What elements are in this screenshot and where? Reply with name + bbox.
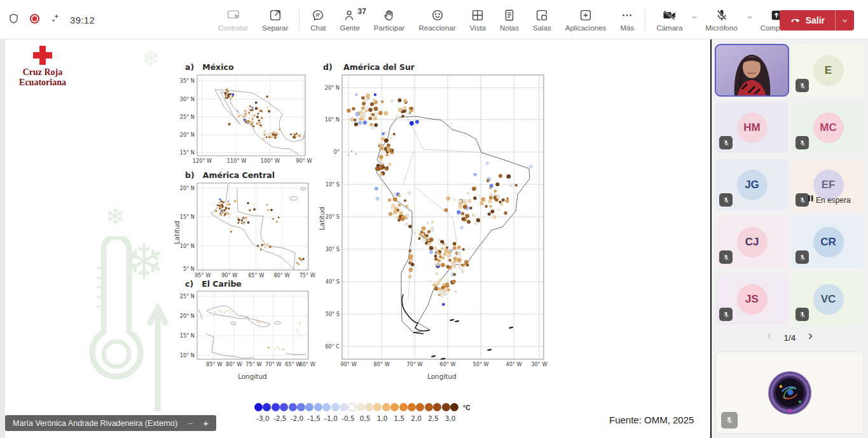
mic-muted-icon — [796, 136, 809, 149]
toolbar-item-participar[interactable]: Participar — [367, 6, 412, 34]
toolbar-item-reaccionar[interactable]: Reaccionar — [411, 6, 462, 34]
x-tick-label: 70° W — [407, 361, 423, 367]
mic-muted-icon — [796, 79, 809, 92]
colorbar-dot — [348, 403, 356, 411]
toolbar-item-vista[interactable]: Vista — [463, 6, 493, 34]
x-tick-label: 120° W — [193, 158, 212, 164]
y-tick-label: 10° N — [180, 352, 195, 359]
presenter-name: María Verónica Andrade Rivadeneira (Exte… — [13, 419, 177, 428]
toolbar-item-controlar: Controlar — [211, 6, 255, 34]
participant-tile-hm[interactable]: HM — [715, 102, 789, 153]
coastline — [290, 188, 306, 200]
source-note: Fuente: OMM, 2025 — [609, 414, 694, 425]
participant-tile-cj[interactable]: CJ — [715, 216, 789, 268]
avatar-initials: HM — [737, 113, 768, 143]
participant-tile-cr[interactable]: CR — [792, 216, 865, 268]
map-title-mexico: a) México — [185, 62, 233, 72]
toolbar-divider — [645, 8, 645, 31]
mic-muted-icon — [719, 308, 733, 321]
page-next-chevron-icon[interactable] — [806, 332, 815, 343]
colorbar-dot — [357, 403, 365, 411]
temperature-colorbar: -3,0-2,5-2,0-1,5-1,0-0,50,51,01,52,02,53… — [254, 403, 458, 423]
x-tick-label: 85° W — [206, 361, 222, 367]
participant-tile-logo[interactable] — [715, 352, 864, 434]
x-axis-label: Longitud — [427, 373, 457, 380]
colorbar-tick-label: 0,5 — [360, 414, 371, 422]
page-indicator: 1/4 — [784, 333, 796, 343]
colorbar-dot — [390, 403, 399, 411]
y-tick-label: 20° S — [326, 214, 340, 220]
participant-tile-vc[interactable]: VC — [792, 273, 865, 325]
x-tick-label: 60° W — [300, 361, 315, 367]
colorbar-dot — [365, 403, 373, 411]
coastline — [207, 306, 249, 318]
participants-panel: E HM MC JG EF En esperaCJ CR — [712, 39, 868, 438]
zoom-in-button[interactable]: + — [203, 418, 209, 428]
colorbar-dot — [272, 403, 280, 411]
participant-tile-e[interactable]: E — [792, 44, 865, 96]
participant-tile-ef[interactable]: EF En espera — [792, 159, 865, 210]
y-tick-label: 25° N — [180, 293, 195, 299]
colorbar-tick-label: -0,5 — [341, 414, 355, 422]
colorbar-tick-label: -2,0 — [291, 414, 304, 422]
participant-tile-js[interactable]: JS — [715, 273, 789, 325]
participant-tile-jg[interactable]: JG — [715, 159, 789, 210]
colorbar-tick-label: -3,0 — [256, 414, 270, 422]
toolbar-item-gente[interactable]: 37 Gente — [333, 6, 367, 34]
participant-tile-video[interactable] — [715, 44, 789, 96]
leave-button[interactable]: Salir — [780, 10, 854, 31]
toolbar-item-chat[interactable]: Chat — [303, 6, 333, 34]
toolbar-item-camara[interactable]: Cámara — [649, 6, 689, 34]
avatar-initials: MC — [813, 113, 844, 143]
initials-text: JG — [745, 179, 759, 191]
sparkle-icon — [50, 13, 61, 27]
colorbar-tick-label: -2,5 — [273, 414, 287, 422]
colorbar-dot — [340, 403, 348, 411]
map-plot: 120° W110° W100° W90° W35° N30° N25° N20… — [173, 65, 320, 172]
colorbar-dot — [263, 403, 271, 411]
x-tick-label: 75° W — [300, 272, 315, 278]
zoom-out-button[interactable]: − — [188, 418, 193, 428]
x-tick-label: 60° W — [439, 361, 455, 367]
x-tick-label: 70° W — [265, 361, 281, 367]
y-tick-label: 20° N — [180, 132, 195, 138]
colorbar-tick-label: 1,5 — [394, 414, 404, 422]
colorbar-dot — [373, 403, 382, 411]
toolbar-item-notas[interactable]: Notas — [493, 6, 526, 34]
x-tick-label: 85° W — [248, 272, 264, 278]
y-tick-label: 30° S — [326, 246, 340, 252]
leave-options-chevron-icon[interactable] — [835, 10, 854, 31]
colorbar-dot — [450, 403, 458, 411]
coastline — [211, 184, 294, 270]
mic-muted-icon — [721, 412, 738, 428]
x-tick-label: 90° W — [341, 361, 357, 367]
y-tick-label: 10° S — [326, 181, 340, 188]
mic-muted-icon — [796, 308, 809, 321]
y-tick-label: 15° N — [180, 214, 195, 220]
initials-text: CJ — [745, 236, 759, 249]
camera-options-chevron-icon[interactable] — [691, 12, 698, 24]
toolbar-item-separar[interactable]: Separar — [255, 6, 295, 34]
participant-count: 37 — [358, 7, 366, 16]
x-tick-label: 90° W — [221, 272, 237, 278]
participant-tile-mc[interactable]: MC — [792, 102, 865, 153]
toolbar-item-salas[interactable]: Salas — [526, 6, 558, 34]
speaker-video — [715, 44, 789, 96]
y-axis-label: Latitud — [173, 221, 181, 244]
coastline — [237, 188, 295, 270]
toolbar-item-mas[interactable]: Más — [613, 6, 641, 34]
toolbar-item-microfono[interactable]: Micrófono — [698, 6, 745, 34]
toolbar-divider — [299, 8, 300, 31]
x-tick-label: 95° W — [195, 272, 210, 278]
avatar-initials: E — [813, 55, 844, 86]
y-tick-label: 10° N — [325, 116, 340, 123]
page-previous-chevron-icon[interactable] — [765, 332, 774, 343]
colorbar-tick-label: 1,0 — [377, 414, 388, 422]
initials-text: E — [825, 64, 832, 77]
phone-hangup-icon — [790, 15, 801, 26]
y-tick-label: 20° N — [180, 313, 195, 319]
toolbar-item-aplicaciones[interactable]: Aplicaciones — [558, 6, 614, 34]
mic-options-chevron-icon[interactable] — [746, 12, 754, 24]
colorbar-tick-label: 2,0 — [411, 414, 422, 422]
colorbar-dot — [399, 403, 408, 411]
